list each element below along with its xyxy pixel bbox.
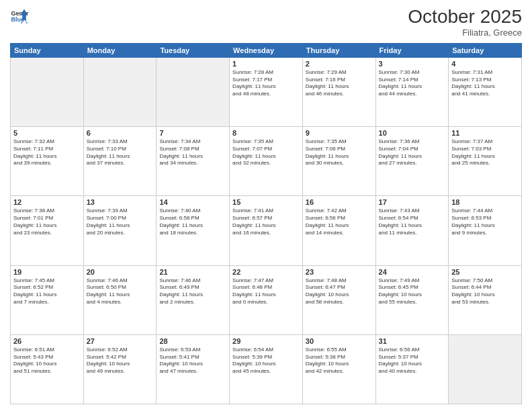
calendar-cell: 27Sunrise: 6:52 AM Sunset: 5:42 PM Dayli…: [83, 334, 157, 404]
cell-info: Sunrise: 7:50 AM Sunset: 6:44 PM Dayligh…: [451, 277, 519, 306]
calendar-cell: 26Sunrise: 6:51 AM Sunset: 5:43 PM Dayli…: [11, 334, 84, 404]
weekday-header-monday: Monday: [83, 43, 157, 57]
logo-icon: General Blue: [10, 7, 29, 26]
day-number: 14: [159, 198, 226, 206]
cell-info: Sunrise: 7:45 AM Sunset: 6:52 PM Dayligh…: [13, 277, 81, 306]
cell-info: Sunrise: 6:55 AM Sunset: 5:38 PM Dayligh…: [306, 347, 373, 375]
day-number: 3: [379, 60, 446, 68]
calendar-cell: 29Sunrise: 6:54 AM Sunset: 5:39 PM Dayli…: [230, 334, 303, 404]
day-number: 22: [232, 268, 300, 276]
cell-info: Sunrise: 7:28 AM Sunset: 7:17 PM Dayligh…: [232, 69, 300, 98]
day-number: 18: [451, 198, 519, 206]
cell-info: Sunrise: 7:34 AM Sunset: 7:08 PM Dayligh…: [159, 138, 226, 167]
day-number: 1: [232, 60, 300, 68]
day-number: 19: [13, 268, 81, 276]
day-number: 5: [13, 129, 81, 137]
day-number: 31: [379, 337, 446, 345]
cell-info: Sunrise: 7:33 AM Sunset: 7:10 PM Dayligh…: [87, 138, 154, 167]
calendar-cell: 28Sunrise: 6:53 AM Sunset: 5:41 PM Dayli…: [157, 334, 230, 404]
day-number: 23: [306, 268, 373, 276]
day-number: 7: [159, 129, 226, 137]
calendar-cell: 22Sunrise: 7:47 AM Sunset: 6:48 PM Dayli…: [230, 265, 303, 334]
header: General Blue October 2025 Filiatra, Gree…: [10, 7, 522, 38]
logo: General Blue: [10, 7, 32, 26]
calendar-cell: 1Sunrise: 7:28 AM Sunset: 7:17 PM Daylig…: [230, 57, 303, 126]
cell-info: Sunrise: 7:48 AM Sunset: 6:47 PM Dayligh…: [306, 277, 373, 306]
week-row-2: 5Sunrise: 7:32 AM Sunset: 7:11 PM Daylig…: [11, 127, 522, 196]
calendar-cell: 2Sunrise: 7:29 AM Sunset: 7:16 PM Daylig…: [302, 57, 375, 126]
day-number: 15: [232, 198, 300, 206]
day-number: 27: [87, 337, 154, 345]
cell-info: Sunrise: 7:40 AM Sunset: 6:58 PM Dayligh…: [159, 208, 226, 236]
day-number: 26: [13, 337, 81, 345]
day-number: 11: [451, 129, 519, 137]
cell-info: Sunrise: 7:46 AM Sunset: 6:49 PM Dayligh…: [159, 277, 226, 306]
day-number: 30: [306, 337, 373, 345]
calendar-cell: 30Sunrise: 6:55 AM Sunset: 5:38 PM Dayli…: [302, 334, 375, 404]
calendar-cell: 14Sunrise: 7:40 AM Sunset: 6:58 PM Dayli…: [157, 196, 230, 265]
cell-info: Sunrise: 6:53 AM Sunset: 5:41 PM Dayligh…: [159, 347, 226, 375]
calendar-cell: 10Sunrise: 7:36 AM Sunset: 7:04 PM Dayli…: [375, 127, 449, 196]
cell-info: Sunrise: 7:46 AM Sunset: 6:50 PM Dayligh…: [87, 277, 154, 306]
cell-info: Sunrise: 7:32 AM Sunset: 7:11 PM Dayligh…: [13, 138, 81, 167]
day-number: 21: [159, 268, 226, 276]
calendar-cell: [157, 57, 230, 126]
day-number: 17: [379, 198, 446, 206]
calendar-cell: 21Sunrise: 7:46 AM Sunset: 6:49 PM Dayli…: [157, 265, 230, 334]
title-block: October 2025 Filiatra, Greece: [408, 7, 522, 38]
cell-info: Sunrise: 7:42 AM Sunset: 6:56 PM Dayligh…: [306, 208, 373, 236]
calendar-cell: 16Sunrise: 7:42 AM Sunset: 6:56 PM Dayli…: [302, 196, 375, 265]
calendar-cell: 11Sunrise: 7:37 AM Sunset: 7:03 PM Dayli…: [449, 127, 522, 196]
calendar-cell: 12Sunrise: 7:38 AM Sunset: 7:01 PM Dayli…: [11, 196, 84, 265]
weekday-header-saturday: Saturday: [449, 43, 522, 57]
day-number: 10: [379, 129, 446, 137]
calendar-cell: 6Sunrise: 7:33 AM Sunset: 7:10 PM Daylig…: [83, 127, 157, 196]
weekday-header-tuesday: Tuesday: [157, 43, 230, 57]
cell-info: Sunrise: 7:47 AM Sunset: 6:48 PM Dayligh…: [232, 277, 300, 306]
page: General Blue October 2025 Filiatra, Gree…: [0, 0, 532, 411]
cell-info: Sunrise: 6:56 AM Sunset: 5:37 PM Dayligh…: [379, 347, 446, 375]
calendar-cell: 25Sunrise: 7:50 AM Sunset: 6:44 PM Dayli…: [449, 265, 522, 334]
calendar-cell: 4Sunrise: 7:31 AM Sunset: 7:13 PM Daylig…: [449, 57, 522, 126]
cell-info: Sunrise: 7:43 AM Sunset: 6:54 PM Dayligh…: [379, 208, 446, 236]
calendar-cell: 18Sunrise: 7:44 AM Sunset: 6:53 PM Dayli…: [449, 196, 522, 265]
week-row-5: 26Sunrise: 6:51 AM Sunset: 5:43 PM Dayli…: [11, 334, 522, 404]
cell-info: Sunrise: 7:49 AM Sunset: 6:45 PM Dayligh…: [379, 277, 446, 306]
cell-info: Sunrise: 7:39 AM Sunset: 7:00 PM Dayligh…: [87, 208, 154, 236]
calendar-table: SundayMondayTuesdayWednesdayThursdayFrid…: [10, 43, 522, 404]
weekday-header-wednesday: Wednesday: [230, 43, 303, 57]
day-number: 24: [379, 268, 446, 276]
cell-info: Sunrise: 7:44 AM Sunset: 6:53 PM Dayligh…: [451, 208, 519, 236]
cell-info: Sunrise: 7:29 AM Sunset: 7:16 PM Dayligh…: [306, 69, 373, 98]
location: Filiatra, Greece: [408, 28, 522, 38]
day-number: 16: [306, 198, 373, 206]
month-title: October 2025: [408, 7, 522, 28]
cell-info: Sunrise: 7:35 AM Sunset: 7:07 PM Dayligh…: [232, 138, 300, 167]
day-number: 8: [232, 129, 300, 137]
calendar-cell: 23Sunrise: 7:48 AM Sunset: 6:47 PM Dayli…: [302, 265, 375, 334]
cell-info: Sunrise: 6:52 AM Sunset: 5:42 PM Dayligh…: [87, 347, 154, 375]
day-number: 13: [87, 198, 154, 206]
calendar-cell: 20Sunrise: 7:46 AM Sunset: 6:50 PM Dayli…: [83, 265, 157, 334]
day-number: 25: [451, 268, 519, 276]
day-number: 29: [232, 337, 300, 345]
cell-info: Sunrise: 7:36 AM Sunset: 7:04 PM Dayligh…: [379, 138, 446, 167]
day-number: 9: [306, 129, 373, 137]
calendar-cell: 13Sunrise: 7:39 AM Sunset: 7:00 PM Dayli…: [83, 196, 157, 265]
cell-info: Sunrise: 7:35 AM Sunset: 7:06 PM Dayligh…: [306, 138, 373, 167]
calendar-cell: 7Sunrise: 7:34 AM Sunset: 7:08 PM Daylig…: [157, 127, 230, 196]
day-number: 2: [306, 60, 373, 68]
cell-info: Sunrise: 7:31 AM Sunset: 7:13 PM Dayligh…: [451, 69, 519, 98]
weekday-header-thursday: Thursday: [302, 43, 375, 57]
calendar-cell: 9Sunrise: 7:35 AM Sunset: 7:06 PM Daylig…: [302, 127, 375, 196]
day-number: 4: [451, 60, 519, 68]
day-number: 20: [87, 268, 154, 276]
week-row-3: 12Sunrise: 7:38 AM Sunset: 7:01 PM Dayli…: [11, 196, 522, 265]
weekday-header-row: SundayMondayTuesdayWednesdayThursdayFrid…: [11, 43, 522, 57]
day-number: 12: [13, 198, 81, 206]
cell-info: Sunrise: 7:37 AM Sunset: 7:03 PM Dayligh…: [451, 138, 519, 167]
cell-info: Sunrise: 7:38 AM Sunset: 7:01 PM Dayligh…: [13, 208, 81, 236]
calendar-cell: [83, 57, 157, 126]
calendar-cell: 19Sunrise: 7:45 AM Sunset: 6:52 PM Dayli…: [11, 265, 84, 334]
cell-info: Sunrise: 6:51 AM Sunset: 5:43 PM Dayligh…: [13, 347, 81, 375]
